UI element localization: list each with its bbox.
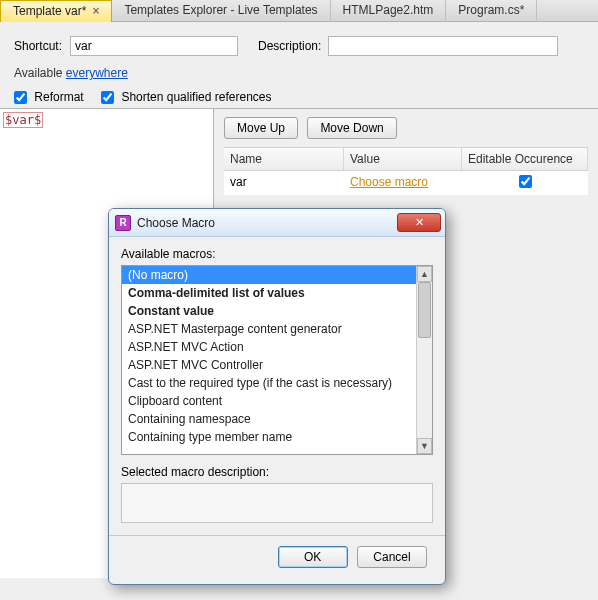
selected-desc-label: Selected macro description: [121, 465, 433, 479]
available-label: Available [14, 66, 62, 80]
dialog-titlebar[interactable]: R Choose Macro ✕ [109, 209, 445, 237]
tab[interactable]: Template var*× [0, 0, 112, 22]
tab[interactable]: Templates Explorer - Live Templates [112, 0, 330, 22]
variable-token[interactable]: $var$ [3, 112, 43, 128]
scroll-down-icon[interactable]: ▼ [417, 438, 432, 454]
description-input[interactable] [328, 36, 558, 56]
cancel-button[interactable]: Cancel [357, 546, 427, 568]
variables-grid: Name Value Editable Occurence varChoose … [224, 147, 588, 196]
cell-name: var [224, 171, 344, 195]
list-item[interactable]: ASP.NET MVC Controller [122, 356, 416, 374]
dialog-title: Choose Macro [137, 216, 397, 230]
listbox-scrollbar[interactable]: ▲ ▼ [416, 266, 432, 454]
close-tab-icon[interactable]: × [92, 4, 99, 18]
reformat-text: Reformat [34, 90, 83, 104]
tab[interactable]: HTMLPage2.htm [331, 0, 447, 22]
dialog-close-button[interactable]: ✕ [397, 213, 441, 232]
shortcut-label: Shortcut: [14, 39, 70, 53]
tab[interactable]: Program.cs* [446, 0, 537, 22]
reformat-checkbox-label[interactable]: Reformat [14, 90, 87, 104]
list-item[interactable]: Cast to the required type (if the cast i… [122, 374, 416, 392]
list-item[interactable]: Containing namespace [122, 410, 416, 428]
cell-value: Choose macro [344, 171, 462, 195]
reformat-checkbox[interactable] [14, 91, 27, 104]
list-item[interactable]: Containing type member name [122, 428, 416, 446]
resharper-icon: R [115, 215, 131, 231]
list-item[interactable]: (No macro) [122, 266, 416, 284]
choose-macro-link[interactable]: Choose macro [350, 175, 428, 189]
list-item[interactable]: Constant value [122, 302, 416, 320]
macros-listbox[interactable]: (No macro)Comma-delimited list of values… [121, 265, 433, 455]
shortcut-input[interactable] [70, 36, 238, 56]
tab-bar: Template var*×Templates Explorer - Live … [0, 0, 598, 22]
table-row[interactable]: varChoose macro [224, 171, 588, 196]
editable-checkbox[interactable] [519, 175, 532, 188]
ok-button[interactable]: OK [278, 546, 348, 568]
list-item[interactable]: ASP.NET MVC Action [122, 338, 416, 356]
shorten-checkbox[interactable] [101, 91, 114, 104]
description-label: Description: [258, 39, 328, 53]
move-up-button[interactable]: Move Up [224, 117, 298, 139]
scroll-thumb[interactable] [418, 282, 431, 338]
selected-desc-box [121, 483, 433, 523]
available-macros-label: Available macros: [121, 247, 433, 261]
template-form: Shortcut: Description: Available everywh… [0, 22, 598, 108]
cell-editable [462, 171, 588, 195]
grid-header-name: Name [224, 148, 344, 170]
available-scope-link[interactable]: everywhere [66, 66, 128, 80]
list-item[interactable]: Clipboard content [122, 392, 416, 410]
shorten-checkbox-label[interactable]: Shorten qualified references [101, 90, 271, 104]
move-down-button[interactable]: Move Down [307, 117, 396, 139]
list-item[interactable]: ASP.NET Masterpage content generator [122, 320, 416, 338]
shorten-text: Shorten qualified references [121, 90, 271, 104]
grid-header-editable: Editable Occurence [462, 148, 588, 170]
choose-macro-dialog: R Choose Macro ✕ Available macros: (No m… [108, 208, 446, 585]
scroll-up-icon[interactable]: ▲ [417, 266, 432, 282]
list-item[interactable]: Comma-delimited list of values [122, 284, 416, 302]
grid-header-value: Value [344, 148, 462, 170]
